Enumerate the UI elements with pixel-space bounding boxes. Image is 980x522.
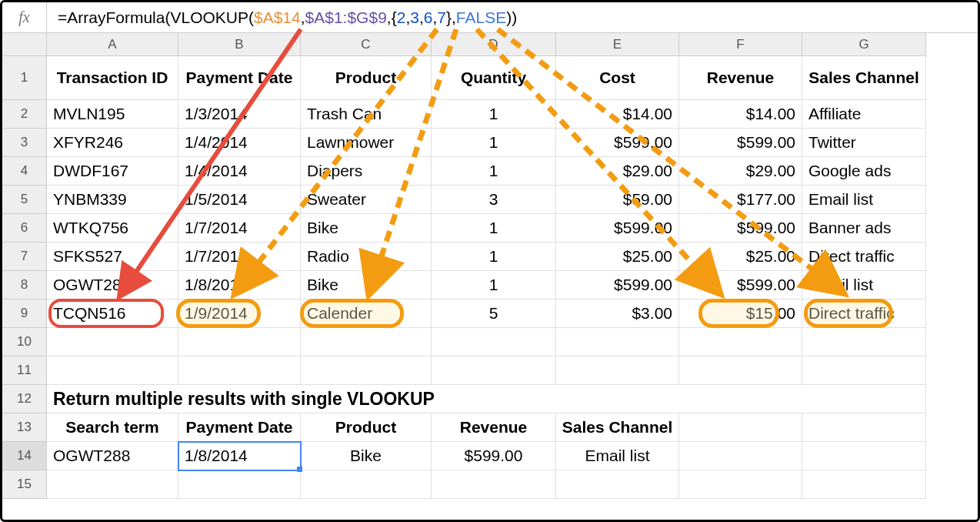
cell-F8[interactable]: $599.00 — [679, 271, 802, 299]
cell-F9[interactable]: $15.00 — [679, 299, 802, 328]
cell-C3[interactable]: Lawnmower — [301, 129, 432, 157]
col-head-D[interactable]: D — [432, 33, 556, 56]
row-head-14[interactable]: 14 — [2, 442, 47, 470]
cell-D3[interactable]: 1 — [432, 129, 556, 157]
fill-handle[interactable] — [297, 467, 302, 472]
cell-D4[interactable]: 1 — [432, 157, 556, 186]
cell-E3[interactable]: $599.00 — [556, 129, 679, 157]
header-payment-date[interactable]: Payment Date — [178, 56, 301, 100]
cell-A14[interactable]: OGWT288 — [47, 442, 178, 470]
row-head-1[interactable]: 1 — [2, 56, 47, 100]
cell-B6[interactable]: 1/7/2014 — [178, 214, 301, 243]
cell-G3[interactable]: Twitter — [802, 129, 926, 157]
cell-B2[interactable]: 1/3/2014 — [178, 100, 301, 129]
cell-E6[interactable]: $599.00 — [556, 214, 679, 243]
cell-C6[interactable]: Bike — [301, 214, 432, 243]
cell-C5[interactable]: Sweater — [301, 186, 432, 214]
row-head-5[interactable]: 5 — [2, 186, 47, 214]
cell-E7[interactable]: $25.00 — [556, 243, 679, 271]
row-head-13[interactable]: 13 — [2, 413, 47, 442]
cell-G8[interactable]: Email list — [802, 271, 926, 299]
header-revenue[interactable]: Revenue — [679, 56, 802, 100]
cell-A3[interactable]: XFYR246 — [47, 129, 178, 157]
cell-B7[interactable]: 1/7/2014 — [178, 243, 301, 271]
result-header-search-term[interactable]: Search term — [47, 413, 178, 442]
result-header-revenue[interactable]: Revenue — [432, 413, 556, 442]
cell-B8[interactable]: 1/8/2014 — [178, 271, 301, 299]
cell-A4[interactable]: DWDF167 — [47, 157, 178, 186]
cell-C7[interactable]: Radio — [301, 243, 432, 271]
formula-input[interactable]: =ArrayFormula(VLOOKUP($A$14,$A$1:$G$9,{2… — [47, 2, 978, 32]
cell-D5[interactable]: 3 — [432, 186, 556, 214]
header-cost[interactable]: Cost — [556, 56, 679, 100]
row-head-12[interactable]: 12 — [2, 385, 47, 413]
cell-G6[interactable]: Banner ads — [802, 214, 926, 243]
col-head-G[interactable]: G — [802, 33, 926, 56]
cell-G4[interactable]: Google ads — [802, 157, 926, 186]
cell-G2[interactable]: Affiliate — [802, 100, 926, 129]
header-quantity[interactable]: Quantity — [432, 56, 556, 100]
cell-E8[interactable]: $599.00 — [556, 271, 679, 299]
cell-A2[interactable]: MVLN195 — [47, 100, 178, 129]
cell-F5[interactable]: $177.00 — [679, 186, 802, 214]
cell-A7[interactable]: SFKS527 — [47, 243, 178, 271]
cell-A6[interactable]: WTKQ756 — [47, 214, 178, 243]
cell-E9[interactable]: $3.00 — [556, 299, 679, 328]
row-head-11[interactable]: 11 — [2, 356, 47, 385]
cell-F7[interactable]: $25.00 — [679, 243, 802, 271]
cell-F4[interactable]: $29.00 — [679, 157, 802, 186]
cell-A8[interactable]: OGWT288 — [47, 271, 178, 299]
cell-B4[interactable]: 1/4/2014 — [178, 157, 301, 186]
cell-F2[interactable]: $14.00 — [679, 100, 802, 129]
row-head-2[interactable]: 2 — [2, 100, 47, 129]
section-title[interactable]: Return multiple results with single VLOO… — [47, 385, 926, 413]
cell-C2[interactable]: Trash Can — [301, 100, 432, 129]
cell-D8[interactable]: 1 — [432, 271, 556, 299]
header-sales-channel[interactable]: Sales Channel — [802, 56, 926, 100]
cell-D14[interactable]: $599.00 — [432, 442, 556, 470]
cell-B14-active[interactable]: 1/8/2014 — [178, 442, 301, 470]
cell-D9[interactable]: 5 — [432, 299, 556, 328]
cell-D2[interactable]: 1 — [432, 100, 556, 129]
row-head-10[interactable]: 10 — [2, 328, 47, 356]
result-header-payment-date[interactable]: Payment Date — [178, 413, 301, 442]
cell-E4[interactable]: $29.00 — [556, 157, 679, 186]
col-head-C[interactable]: C — [301, 33, 432, 56]
row-head-8[interactable]: 8 — [2, 271, 47, 299]
cell-B5[interactable]: 1/5/2014 — [178, 186, 301, 214]
cell-C8[interactable]: Bike — [301, 271, 432, 299]
row-head-9[interactable]: 9 — [2, 299, 47, 328]
cell-A5[interactable]: YNBM339 — [47, 186, 178, 214]
spreadsheet-grid[interactable]: A B C D E F G 1 Transaction ID Payment D… — [2, 33, 978, 499]
cell-F6[interactable]: $599.00 — [679, 214, 802, 243]
cell-G7[interactable]: Direct traffic — [802, 243, 926, 271]
col-head-E[interactable]: E — [556, 33, 679, 56]
cell-E2[interactable]: $14.00 — [556, 100, 679, 129]
result-header-sales-channel[interactable]: Sales Channel — [556, 413, 679, 442]
cell-E14[interactable]: Email list — [556, 442, 679, 470]
result-header-product[interactable]: Product — [301, 413, 432, 442]
cell-A9[interactable]: TCQN516 — [47, 299, 178, 328]
col-head-F[interactable]: F — [679, 33, 802, 56]
cell-C9[interactable]: Calender — [301, 299, 432, 328]
fx-icon[interactable]: fx — [2, 2, 47, 32]
cell-G5[interactable]: Email list — [802, 186, 926, 214]
col-head-A[interactable]: A — [47, 33, 178, 56]
header-transaction-id[interactable]: Transaction ID — [47, 56, 178, 100]
cell-B3[interactable]: 1/4/2014 — [178, 129, 301, 157]
row-head-15[interactable]: 15 — [2, 470, 47, 499]
cell-C4[interactable]: Diapers — [301, 157, 432, 186]
cell-D7[interactable]: 1 — [432, 243, 556, 271]
row-head-3[interactable]: 3 — [2, 129, 47, 157]
cell-A10[interactable] — [47, 328, 178, 356]
cell-E5[interactable]: $59.00 — [556, 186, 679, 214]
cell-G9[interactable]: Direct traffic — [802, 299, 926, 328]
header-product[interactable]: Product — [301, 56, 432, 100]
row-head-6[interactable]: 6 — [2, 214, 47, 243]
col-head-B[interactable]: B — [178, 33, 301, 56]
cell-D6[interactable]: 1 — [432, 214, 556, 243]
cell-F3[interactable]: $599.00 — [679, 129, 802, 157]
row-head-7[interactable]: 7 — [2, 243, 47, 271]
select-all-corner[interactable] — [2, 33, 47, 56]
cell-B9[interactable]: 1/9/2014 — [178, 299, 301, 328]
